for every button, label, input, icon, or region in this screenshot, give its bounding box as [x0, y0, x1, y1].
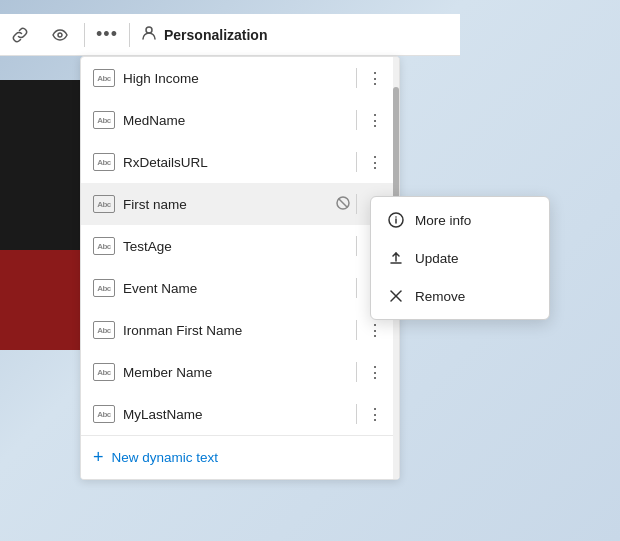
person-icon [140, 24, 158, 46]
eye-icon[interactable] [40, 14, 80, 56]
abc-icon: Abc [93, 69, 115, 87]
abc-icon: Abc [93, 363, 115, 381]
svg-point-0 [58, 33, 62, 37]
info-icon [387, 211, 405, 229]
item-menu-button[interactable]: ⋮ [363, 402, 387, 426]
item-divider [356, 152, 357, 172]
toolbar-divider-2 [129, 23, 130, 47]
list-item[interactable]: Abc First name ⋮ [81, 183, 399, 225]
bg-red [0, 250, 80, 350]
item-menu-button[interactable]: ⋮ [363, 66, 387, 90]
item-right: ⋮ [356, 108, 387, 132]
list-item[interactable]: Abc High Income ⋮ [81, 57, 399, 99]
plus-icon: + [93, 447, 104, 468]
item-divider [356, 236, 357, 256]
more-options-button[interactable]: ••• [89, 14, 125, 56]
svg-point-6 [395, 216, 397, 218]
context-menu-item-remove[interactable]: Remove [371, 277, 549, 315]
item-menu-button[interactable]: ⋮ [363, 360, 387, 384]
item-right: ⋮ [356, 150, 387, 174]
list-item[interactable]: Abc Event Name ⋮ [81, 267, 399, 309]
toolbar: ••• Personalization [0, 14, 460, 56]
list-item[interactable]: Abc RxDetailsURL ⋮ [81, 141, 399, 183]
item-divider [356, 110, 357, 130]
item-divider [356, 194, 357, 214]
item-label: First name [123, 197, 336, 212]
item-divider [356, 68, 357, 88]
close-icon [387, 287, 405, 305]
item-label: MedName [123, 113, 356, 128]
item-right: ⋮ [356, 402, 387, 426]
toolbar-title-section: Personalization [134, 24, 267, 46]
svg-line-3 [339, 198, 348, 207]
dropdown-panel: Abc High Income ⋮ Abc MedName ⋮ Abc RxDe… [80, 56, 400, 480]
item-label: MyLastName [123, 407, 356, 422]
context-menu: More info Update Remove [370, 196, 550, 320]
new-dynamic-text-button[interactable]: + New dynamic text [81, 435, 399, 479]
item-menu-button[interactable]: ⋮ [363, 318, 387, 342]
toolbar-title: Personalization [164, 27, 267, 43]
context-label: Update [415, 251, 459, 266]
item-label: Member Name [123, 365, 356, 380]
abc-icon: Abc [93, 405, 115, 423]
list-item[interactable]: Abc TestAge ⋮ [81, 225, 399, 267]
svg-point-1 [146, 27, 152, 33]
item-divider [356, 278, 357, 298]
item-label: RxDetailsURL [123, 155, 356, 170]
list-item[interactable]: Abc MyLastName ⋮ [81, 393, 399, 435]
item-divider [356, 362, 357, 382]
item-divider [356, 404, 357, 424]
abc-icon: Abc [93, 111, 115, 129]
abc-icon: Abc [93, 195, 115, 213]
item-menu-button[interactable]: ⋮ [363, 108, 387, 132]
item-label: Event Name [123, 281, 356, 296]
item-divider [356, 320, 357, 340]
item-label: Ironman First Name [123, 323, 356, 338]
item-menu-button[interactable]: ⋮ [363, 150, 387, 174]
toolbar-divider [84, 23, 85, 47]
list-item[interactable]: Abc Member Name ⋮ [81, 351, 399, 393]
context-label: More info [415, 213, 471, 228]
abc-icon: Abc [93, 237, 115, 255]
abc-icon: Abc [93, 321, 115, 339]
context-menu-item-more-info[interactable]: More info [371, 201, 549, 239]
context-menu-item-update[interactable]: Update [371, 239, 549, 277]
abc-icon: Abc [93, 153, 115, 171]
scroll-thumb[interactable] [393, 87, 399, 207]
upload-icon [387, 249, 405, 267]
blocked-icon [336, 196, 350, 213]
abc-icon: Abc [93, 279, 115, 297]
list-item[interactable]: Abc Ironman First Name ⋮ [81, 309, 399, 351]
link-icon[interactable] [0, 14, 40, 56]
item-right: ⋮ [356, 360, 387, 384]
item-right: ⋮ [356, 318, 387, 342]
item-label: High Income [123, 71, 356, 86]
item-label: TestAge [123, 239, 356, 254]
list-item[interactable]: Abc MedName ⋮ [81, 99, 399, 141]
context-label: Remove [415, 289, 465, 304]
item-right: ⋮ [356, 66, 387, 90]
new-item-label: New dynamic text [112, 450, 219, 465]
